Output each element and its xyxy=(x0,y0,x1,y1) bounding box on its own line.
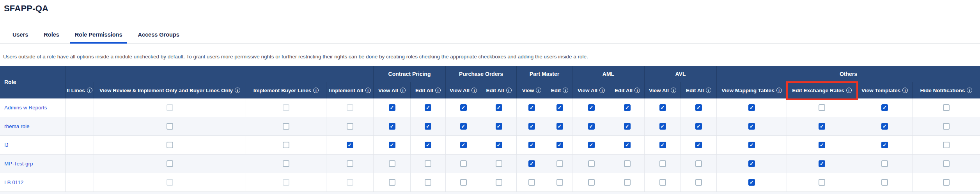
permission-checkbox[interactable] xyxy=(659,104,666,111)
permission-checkbox[interactable] xyxy=(425,123,431,130)
permission-checkbox[interactable] xyxy=(943,123,950,130)
permission-checkbox[interactable] xyxy=(496,160,502,167)
info-icon[interactable]: i xyxy=(563,88,568,93)
info-icon[interactable]: i xyxy=(634,88,640,93)
info-icon[interactable]: i xyxy=(435,88,441,93)
permission-checkbox[interactable] xyxy=(460,142,467,148)
permission-checkbox[interactable] xyxy=(943,160,950,167)
permission-checkbox[interactable] xyxy=(819,123,825,130)
permission-checkbox[interactable] xyxy=(695,142,702,148)
permission-checkbox[interactable] xyxy=(496,142,502,148)
permission-checkbox[interactable] xyxy=(624,104,631,111)
permission-checkbox[interactable] xyxy=(748,179,755,186)
permission-checkbox[interactable] xyxy=(659,179,666,186)
info-icon[interactable]: i xyxy=(87,88,92,93)
permission-checkbox[interactable] xyxy=(283,160,289,167)
info-icon[interactable]: i xyxy=(706,88,711,93)
permission-checkbox[interactable] xyxy=(556,104,563,111)
info-icon[interactable]: i xyxy=(902,88,908,93)
permission-checkbox[interactable] xyxy=(460,160,467,167)
permission-checkbox[interactable] xyxy=(425,179,431,186)
info-icon[interactable]: i xyxy=(506,88,512,93)
permission-checkbox[interactable] xyxy=(389,104,395,111)
permission-checkbox[interactable] xyxy=(389,142,395,148)
role-link[interactable]: Admins w Reports xyxy=(4,105,47,111)
permission-checkbox[interactable] xyxy=(460,179,467,186)
permission-checkbox[interactable] xyxy=(695,104,702,111)
role-link[interactable]: rhema role xyxy=(4,123,30,129)
permission-checkbox[interactable] xyxy=(167,142,173,148)
tab-role-permissions[interactable]: Role Permissions xyxy=(70,29,127,43)
info-icon[interactable]: i xyxy=(967,88,972,93)
tab-access-groups[interactable]: Access Groups xyxy=(133,29,184,43)
permission-checkbox[interactable] xyxy=(695,160,702,167)
info-icon[interactable]: i xyxy=(365,88,371,93)
permission-checkbox[interactable] xyxy=(347,123,353,130)
permission-checkbox[interactable] xyxy=(528,160,535,167)
permission-checkbox[interactable] xyxy=(528,123,535,130)
permission-checkbox[interactable] xyxy=(425,142,431,148)
permission-checkbox[interactable] xyxy=(347,160,353,167)
permission-checkbox[interactable] xyxy=(695,179,702,186)
permission-checkbox[interactable] xyxy=(748,142,755,148)
permission-checkbox[interactable] xyxy=(167,160,173,167)
permission-checkbox[interactable] xyxy=(943,104,950,111)
info-icon[interactable]: i xyxy=(400,88,406,93)
info-icon[interactable]: i xyxy=(671,88,676,93)
permission-checkbox[interactable] xyxy=(748,104,755,111)
permission-checkbox[interactable] xyxy=(389,160,395,167)
permission-checkbox[interactable] xyxy=(167,123,173,130)
permission-checkbox[interactable] xyxy=(624,142,631,148)
permission-checkbox[interactable] xyxy=(819,160,825,167)
permission-checkbox[interactable] xyxy=(588,160,595,167)
info-icon[interactable]: i xyxy=(471,88,477,93)
permission-checkbox[interactable] xyxy=(496,123,502,130)
permission-checkbox[interactable] xyxy=(588,179,595,186)
permission-checkbox[interactable] xyxy=(624,123,631,130)
permission-checkbox[interactable] xyxy=(347,142,353,148)
permission-checkbox[interactable] xyxy=(695,123,702,130)
permission-checkbox[interactable] xyxy=(659,123,666,130)
permission-checkbox[interactable] xyxy=(943,179,950,186)
permission-checkbox[interactable] xyxy=(881,179,888,186)
info-icon[interactable]: i xyxy=(313,88,319,93)
role-link[interactable]: LB 0112 xyxy=(4,179,23,185)
permission-checkbox[interactable] xyxy=(556,123,563,130)
info-icon[interactable]: i xyxy=(846,88,852,93)
permission-checkbox[interactable] xyxy=(556,142,563,148)
role-link[interactable]: IJ xyxy=(4,142,9,148)
permission-checkbox[interactable] xyxy=(528,179,535,186)
info-icon[interactable]: i xyxy=(599,88,605,93)
permission-checkbox[interactable] xyxy=(624,160,631,167)
permission-checkbox[interactable] xyxy=(283,142,289,148)
permission-checkbox[interactable] xyxy=(425,104,431,111)
permission-checkbox[interactable] xyxy=(819,104,825,111)
permission-checkbox[interactable] xyxy=(528,104,535,111)
permission-checkbox[interactable] xyxy=(659,142,666,148)
permission-checkbox[interactable] xyxy=(748,123,755,130)
permission-checkbox[interactable] xyxy=(659,160,666,167)
tab-users[interactable]: Users xyxy=(8,29,33,43)
permission-checkbox[interactable] xyxy=(881,160,888,167)
permission-checkbox[interactable] xyxy=(588,142,595,148)
info-icon[interactable]: i xyxy=(235,88,240,93)
permission-checkbox[interactable] xyxy=(881,123,888,130)
permission-checkbox[interactable] xyxy=(460,104,467,111)
permission-checkbox[interactable] xyxy=(528,142,535,148)
permission-checkbox[interactable] xyxy=(943,142,950,148)
permission-checkbox[interactable] xyxy=(881,104,888,111)
permission-checkbox[interactable] xyxy=(389,179,395,186)
permission-checkbox[interactable] xyxy=(425,160,431,167)
permission-checkbox[interactable] xyxy=(283,123,289,130)
permission-checkbox[interactable] xyxy=(624,179,631,186)
info-icon[interactable]: i xyxy=(536,88,541,93)
role-link[interactable]: MP-Test-grp xyxy=(4,161,33,167)
permission-checkbox[interactable] xyxy=(496,179,502,186)
tab-roles[interactable]: Roles xyxy=(39,29,64,43)
permission-checkbox[interactable] xyxy=(556,179,563,186)
permission-checkbox[interactable] xyxy=(748,160,755,167)
permission-checkbox[interactable] xyxy=(588,123,595,130)
permission-checkbox[interactable] xyxy=(389,123,395,130)
permission-checkbox[interactable] xyxy=(881,142,888,148)
permission-checkbox[interactable] xyxy=(460,123,467,130)
